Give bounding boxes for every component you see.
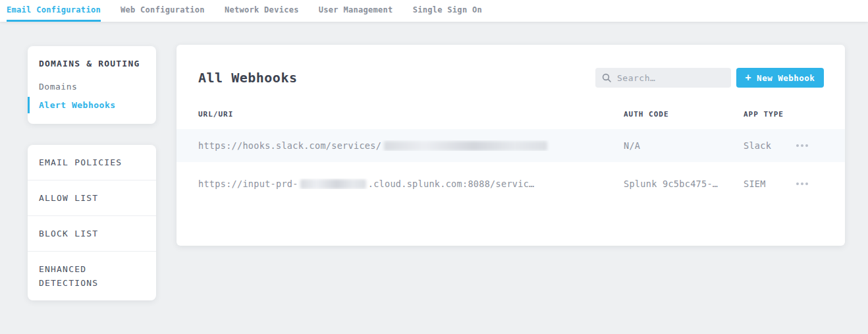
tab-network-devices[interactable]: Network Devices — [225, 0, 299, 22]
column-header-url: URL/URI — [198, 110, 624, 119]
new-webhook-label: New Webhook — [757, 73, 815, 83]
table-header-row: URL/URI AUTH CODE APP TYPE — [176, 110, 845, 119]
tab-single-sign-on[interactable]: Single Sign On — [413, 0, 482, 22]
table-row[interactable]: https://input-prd- .cloud.splunk.com:808… — [176, 162, 845, 206]
ellipsis-icon — [796, 144, 799, 147]
url-text: .cloud.splunk.com:8088/servic… — [368, 179, 535, 189]
page-title: All Webhooks — [198, 68, 298, 88]
search-input[interactable] — [617, 73, 724, 83]
ellipsis-icon — [796, 182, 799, 185]
url-text: https://hooks.slack.com/services/ — [198, 140, 381, 151]
sidebar-item-alert-webhooks[interactable]: Alert Webhooks — [28, 97, 156, 113]
auth-code-cell: Splunk 9c5bc475-… — [624, 179, 744, 189]
app-type-cell: Slack — [744, 140, 795, 151]
top-navigation: Email Configuration Web Configuration Ne… — [0, 0, 868, 22]
column-header-auth-code: AUTH CODE — [624, 110, 744, 119]
auth-code-cell: N/A — [624, 140, 744, 151]
column-header-app-type: APP TYPE — [744, 110, 795, 119]
search-box[interactable] — [595, 68, 731, 88]
sidebar-item-block-list[interactable]: BLOCK LIST — [28, 216, 156, 252]
webhooks-panel: All Webhooks + New Webhook URL/URI AUTH … — [176, 45, 845, 246]
new-webhook-button[interactable]: + New Webhook — [736, 68, 824, 88]
sidebar-sections-card: EMAIL POLICIES ALLOW LIST BLOCK LIST ENH… — [28, 145, 156, 300]
domains-routing-card: DOMAINS & ROUTING Domains Alert Webhooks — [28, 46, 156, 124]
row-menu-button[interactable] — [795, 142, 809, 150]
sidebar-item-email-policies[interactable]: EMAIL POLICIES — [28, 145, 156, 181]
url-cell: https://input-prd- .cloud.splunk.com:808… — [198, 179, 624, 189]
tab-user-management[interactable]: User Management — [319, 0, 393, 22]
redacted-url-segment — [384, 141, 547, 151]
sidebar: DOMAINS & ROUTING Domains Alert Webhooks… — [28, 46, 156, 300]
page-content: DOMAINS & ROUTING Domains Alert Webhooks… — [0, 22, 868, 300]
row-menu-button[interactable] — [795, 180, 809, 188]
sidebar-item-allow-list[interactable]: ALLOW LIST — [28, 181, 156, 216]
app-type-cell: SIEM — [744, 179, 795, 189]
redacted-url-segment — [300, 179, 366, 189]
table-row[interactable]: https://hooks.slack.com/services/ N/A Sl… — [176, 129, 845, 162]
sidebar-item-domains[interactable]: Domains — [28, 78, 156, 95]
url-text: https://input-prd- — [198, 179, 298, 189]
tab-email-configuration[interactable]: Email Configuration — [7, 0, 101, 22]
url-cell: https://hooks.slack.com/services/ — [198, 140, 624, 151]
domains-routing-header: DOMAINS & ROUTING — [28, 59, 156, 69]
webhooks-header: All Webhooks + New Webhook — [176, 45, 845, 88]
plus-icon: + — [746, 73, 752, 83]
search-icon — [602, 73, 611, 82]
tab-web-configuration[interactable]: Web Configuration — [121, 0, 205, 22]
sidebar-item-enhanced-detections[interactable]: ENHANCED DETECTIONS — [28, 252, 156, 300]
